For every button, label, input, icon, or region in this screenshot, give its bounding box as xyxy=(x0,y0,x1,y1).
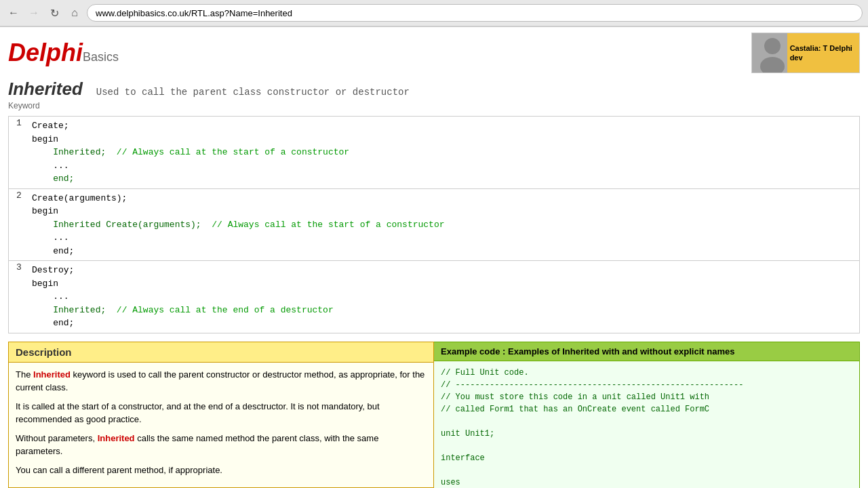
desc-inherited-2: Inherited xyxy=(98,433,135,443)
desc-p4: You can call a different parent method, … xyxy=(16,464,427,477)
code-section: 1 Create;begin Inherited; // Always call… xyxy=(8,116,860,333)
line-num-1: 1 xyxy=(9,118,29,128)
code-block-1: Create;begin Inherited; // Always call a… xyxy=(29,118,352,187)
back-button[interactable]: ← xyxy=(5,5,22,21)
code-row-1: 1 Create;begin Inherited; // Always call… xyxy=(9,117,859,188)
header-ad[interactable]: Castalia: T Delphi dev xyxy=(751,33,860,73)
line-num-3: 3 xyxy=(9,262,29,272)
desc-inherited-1: Inherited xyxy=(33,369,71,380)
description-header: Description xyxy=(9,342,433,363)
description-section: Description The Inherited keyword is use… xyxy=(8,342,434,489)
site-logo: Delphi Basics xyxy=(8,39,119,67)
header-ad-image xyxy=(752,33,787,73)
example-line-4: // called Form1 that has an OnCreate eve… xyxy=(441,403,852,415)
code-row-2: 2 Create(arguments);begin Inherited Crea… xyxy=(9,189,859,261)
example-line-8: interface xyxy=(441,452,852,464)
keyword-title: Inherited xyxy=(8,79,83,100)
line-num-2: 2 xyxy=(9,190,29,201)
main-content: Inherited Used to call the parent class … xyxy=(0,79,868,488)
reload-button[interactable]: ↻ xyxy=(46,5,62,21)
example-line-5 xyxy=(441,415,852,428)
example-line-1: // Full Unit code. xyxy=(441,367,852,379)
example-line-7 xyxy=(441,440,852,452)
logo-delphi: Delphi xyxy=(8,39,83,67)
desc-p3: Without parameters, Inherited calls the … xyxy=(16,432,427,458)
site-header: Delphi Basics Castalia: T Delphi dev xyxy=(0,27,868,79)
example-line-10: uses xyxy=(441,476,852,489)
svg-point-1 xyxy=(764,38,781,54)
header-ad-text: Castalia: T Delphi dev xyxy=(787,41,859,66)
code-row-3: 3 Destroy;begin ... Inherited; // Always… xyxy=(9,261,859,333)
example-section: Example code : Examples of Inherited wit… xyxy=(434,342,860,489)
page-content: Delphi Basics Castalia: T Delphi dev Inh… xyxy=(0,27,868,488)
keyword-label: Keyword xyxy=(8,101,860,110)
example-line-2: // -------------------------------------… xyxy=(441,379,852,391)
browser-toolbar: ← → ↻ ⌂ xyxy=(0,0,868,26)
desc-p1: The Inherited keyword is used to call th… xyxy=(16,368,427,394)
example-header: Example code : Examples of Inherited wit… xyxy=(434,342,859,361)
example-line-6: unit Unit1; xyxy=(441,428,852,440)
ad-person-icon xyxy=(752,33,787,73)
code-block-3: Destroy;begin ... Inherited; // Always c… xyxy=(29,262,336,331)
title-section: Inherited Used to call the parent class … xyxy=(8,79,860,100)
keyword-description: Used to call the parent class constructo… xyxy=(96,87,410,98)
desc-p3-pre: Without parameters, xyxy=(16,433,98,443)
logo-basics: Basics xyxy=(83,50,119,64)
example-line-9 xyxy=(441,464,852,476)
home-button[interactable]: ⌂ xyxy=(66,5,83,21)
address-bar[interactable] xyxy=(87,4,863,22)
bottom-grid: Description The Inherited keyword is use… xyxy=(8,342,860,489)
example-body: // Full Unit code. // ------------------… xyxy=(434,361,859,489)
browser-chrome: ← → ↻ ⌂ xyxy=(0,0,868,27)
code-block-2: Create(arguments);begin Inherited Create… xyxy=(29,190,448,260)
forward-button[interactable]: → xyxy=(26,5,42,21)
desc-p2: It is called at the start of a construct… xyxy=(16,400,427,426)
desc-p1-pre: The xyxy=(16,369,33,380)
description-body: The Inherited keyword is used to call th… xyxy=(9,363,433,488)
example-line-3: // You must store this code in a unit ca… xyxy=(441,391,852,403)
desc-p1-post: keyword is used to call the parent const… xyxy=(16,369,425,393)
